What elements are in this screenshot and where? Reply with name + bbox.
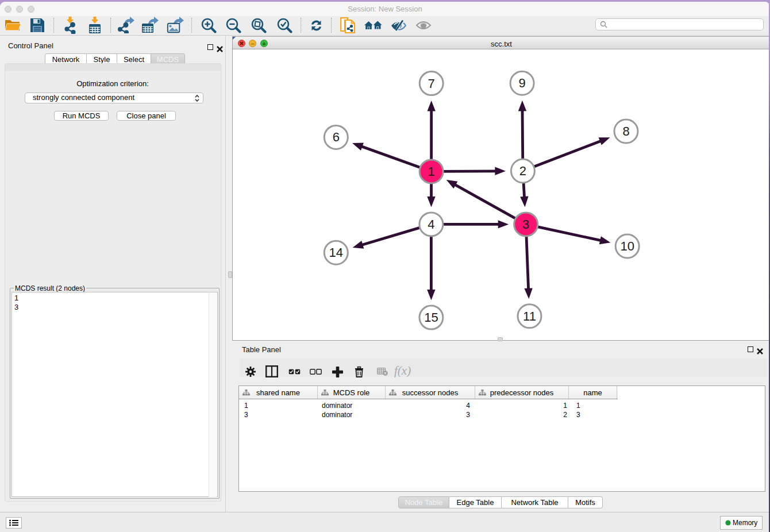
- svg-text:3: 3: [522, 217, 529, 232]
- svg-text:10: 10: [620, 239, 634, 253]
- svg-text:1: 1: [428, 164, 434, 179]
- svg-text:15: 15: [424, 310, 438, 325]
- svg-text:11: 11: [523, 309, 536, 323]
- svg-text:7: 7: [428, 76, 435, 91]
- svg-text:8: 8: [622, 124, 629, 138]
- svg-text:2: 2: [519, 164, 526, 178]
- svg-text:14: 14: [329, 245, 343, 260]
- svg-text:4: 4: [428, 217, 434, 232]
- svg-text:6: 6: [333, 130, 340, 144]
- svg-text:9: 9: [518, 76, 525, 90]
